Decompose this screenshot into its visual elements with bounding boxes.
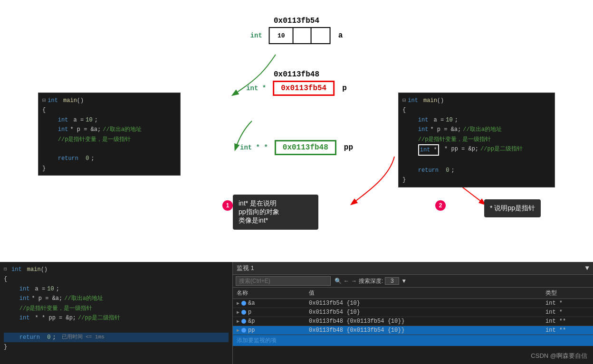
annotation-2-text: * 说明pp是指针 — [490, 204, 535, 212]
col-header-type: 类型 — [545, 289, 593, 297]
watch-row-3-val: 0x0113fb48 {0x0113fb54 {10}} — [309, 327, 545, 334]
depth-arrow-icon[interactable]: ▼ — [401, 278, 407, 284]
mem-box-a: 10 — [269, 27, 331, 44]
annotation-1: int* 是在说明pp指向的对象类像是int* — [233, 195, 318, 230]
watch-row-3[interactable]: ▶ pp 0x0113fb48 {0x0113fb54 {10}} int ** — [233, 326, 593, 335]
label-pp: pp — [344, 143, 353, 152]
watch-row-1-val: 0x0113fb54 {10} — [309, 309, 545, 316]
search-depth-label: 搜索深度: — [359, 277, 383, 285]
watch-row-3-name: ▶ pp — [233, 327, 309, 334]
addr-a: 0x0113fb54 — [274, 17, 319, 25]
var-p-block: 0x0113fb48 int * 0x0113fb54 p — [246, 70, 347, 96]
annotation-2: * 说明pp是指针 — [484, 199, 541, 217]
col-header-val: 值 — [309, 289, 545, 297]
watch-row-0[interactable]: ▶ &a 0x0113fb54 {10} int * — [233, 299, 593, 308]
label-int-star-star-pp: int * * — [240, 144, 268, 151]
watch-row-2[interactable]: ▶ &p 0x0113fb48 {0x0113fb54 {10}} int ** — [233, 317, 593, 326]
watch-row-1[interactable]: ▶ p 0x0113fb54 {10} int * — [233, 308, 593, 317]
mem-box-pp: 0x0113fb48 — [275, 140, 336, 155]
watch-row-2-val: 0x0113fb48 {0x0113fb54 {10}} — [309, 318, 545, 325]
watch-row-0-val: 0x0113fb54 {10} — [309, 300, 545, 307]
cell-a2 — [294, 28, 312, 43]
circle-1: 1 — [222, 200, 233, 211]
watch-row-1-name: ▶ p — [233, 309, 309, 316]
time-label: 已用时间 <= 1ms — [62, 333, 105, 342]
mem-box-p: 0x0113fb54 — [273, 81, 335, 96]
circle-2: 2 — [435, 200, 446, 211]
code-editor-right: ⊟int main() { int a = 10; int* p = &a;//… — [398, 93, 555, 187]
watch-row-1-type: int * — [545, 309, 593, 316]
search-depth-input[interactable] — [385, 277, 399, 285]
label-p: p — [342, 84, 347, 93]
col-header-name: 名称 — [233, 289, 309, 297]
add-watch-label: 添加要监视的项 — [237, 337, 277, 344]
watch-row-2-name: ▶ &p — [233, 318, 309, 325]
debug-watch: 监视 1 ▼ 🔍 ← → 搜索深度: ▼ 名称 值 类型 ▶ — [233, 262, 593, 364]
watch-column-headers: 名称 值 类型 — [233, 288, 593, 299]
watch-row-3-type: int ** — [545, 327, 593, 334]
cell-a3 — [312, 28, 330, 43]
watch-row-0-type: int * — [545, 300, 593, 307]
var-pp-block: int * * 0x0113fb48 pp — [240, 140, 353, 155]
label-a: a — [338, 31, 343, 40]
search-right-icon[interactable]: → — [351, 278, 357, 284]
code-editor-left-top: ⊟int main() { int a = 10; int* p = &a;//… — [38, 93, 181, 176]
debug-code: ⊟int main() { int a = 10; int* p = &a;//… — [0, 262, 233, 364]
search-left-icon[interactable]: ← — [344, 278, 349, 284]
val-p: 0x0113fb54 — [274, 82, 333, 94]
watch-row-2-type: int ** — [545, 318, 593, 325]
val-pp: 0x0113fb48 — [276, 141, 335, 154]
diagram-area: 0x0113fb54 int 10 a 0x0113fb48 int * 0x0… — [0, 0, 593, 256]
debug-panel: ⊟int main() { int a = 10; int* p = &a;//… — [0, 262, 593, 364]
search-icon: 🔍 — [335, 278, 342, 284]
label-int-star-p: int * — [246, 84, 266, 92]
watch-search-controls: 🔍 ← → 搜索深度: ▼ — [335, 277, 407, 285]
watch-search-bar: 🔍 ← → 搜索深度: ▼ — [233, 275, 593, 288]
watch-add-row[interactable]: 添加要监视的项 — [233, 335, 593, 346]
watch-title: 监视 1 — [237, 264, 254, 272]
var-a-block: 0x0113fb54 int 10 a — [250, 17, 343, 44]
csdn-watermark: CSDN @啊森要自信 — [531, 352, 587, 360]
annotation-1-text: int* 是在说明pp指向的对象类像是int* — [239, 199, 279, 224]
watch-title-bar: 监视 1 ▼ — [233, 262, 593, 275]
addr-p: 0x0113fb48 — [274, 70, 319, 79]
watch-chevron-icon[interactable]: ▼ — [585, 264, 589, 272]
watch-row-0-name: ▶ &a — [233, 300, 309, 307]
watch-search-input[interactable] — [236, 276, 331, 286]
label-int-a: int — [250, 32, 262, 39]
val-a: 10 — [270, 28, 294, 43]
